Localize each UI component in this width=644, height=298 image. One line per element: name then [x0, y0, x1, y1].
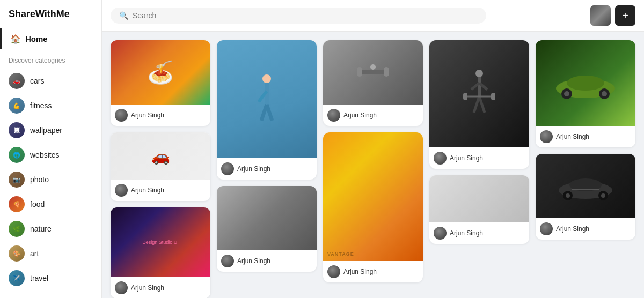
svg-rect-17	[491, 93, 495, 100]
pin-image-car-black	[536, 154, 635, 218]
avatar	[115, 109, 128, 122]
fitness-avatar: 💪	[9, 98, 25, 114]
pin-image-gym1	[323, 40, 423, 105]
masonry-grid: Arjun Singh Arjun Singh Design Studio UI	[111, 40, 635, 298]
pin-info: Arjun Singh	[323, 105, 423, 126]
pin-image-car-green	[536, 40, 635, 126]
avatar	[327, 109, 340, 122]
add-button[interactable]: +	[615, 5, 635, 26]
nature-avatar: 🌿	[9, 221, 25, 237]
svg-point-8	[370, 64, 376, 70]
pin-author: Arjun Singh	[450, 229, 483, 237]
websites-label: websites	[30, 151, 59, 159]
avatar	[221, 162, 234, 175]
art-label: art	[30, 249, 39, 258]
cars-label: cars	[30, 77, 44, 85]
pin-image-car-yellow: VANTAGE	[323, 132, 423, 261]
websites-avatar: 🌐	[9, 147, 25, 163]
pin-info: Arjun Singh	[536, 218, 635, 240]
pin-card[interactable]: VANTAGE Arjun Singh	[323, 132, 423, 282]
sidebar-item-home[interactable]: 🏠 Home	[0, 28, 101, 49]
pin-info: Arjun Singh	[111, 180, 210, 201]
pin-info: Arjun Singh	[429, 222, 529, 244]
pin-card[interactable]: Arjun Singh	[111, 132, 210, 201]
sidebar: ShareWithMe 🏠 Home Discover cateogries 🚗…	[0, 0, 102, 298]
svg-line-13	[474, 96, 479, 113]
cars-avatar: 🚗	[9, 73, 25, 89]
search-bar[interactable]: 🔍	[111, 8, 486, 24]
pin-card[interactable]: Arjun Singh	[217, 186, 317, 272]
grid-col-4: Arjun Singh Arjun Singh	[429, 40, 529, 298]
grid-col-2: Arjun Singh Arjun Singh	[217, 40, 317, 298]
pin-card[interactable]: Arjun Singh	[536, 154, 635, 240]
pin-image-food	[111, 40, 210, 105]
app-logo: ShareWithMe	[0, 9, 101, 28]
pin-info: Arjun Singh	[111, 105, 210, 126]
food-label: food	[30, 200, 45, 208]
pin-author: Arjun Singh	[131, 111, 164, 119]
pin-card[interactable]: Arjun Singh	[429, 40, 529, 169]
fitness-label: fitness	[30, 101, 52, 110]
sidebar-item-cars[interactable]: 🚗 cars	[0, 69, 101, 93]
photo-label: photo	[30, 175, 49, 184]
user-avatar[interactable]	[590, 5, 611, 26]
pin-author: Arjun Singh	[131, 187, 164, 194]
svg-point-19	[567, 76, 604, 91]
food-avatar: 🍕	[9, 196, 25, 212]
svg-point-21	[564, 91, 569, 96]
svg-point-9	[475, 70, 483, 77]
pin-card[interactable]: Arjun Singh	[429, 175, 529, 244]
pin-image-car-orange	[111, 132, 210, 180]
sidebar-item-food[interactable]: 🍕 food	[0, 192, 101, 217]
sidebar-item-websites[interactable]: 🌐 websites	[0, 143, 101, 167]
svg-rect-7	[384, 67, 389, 77]
pin-author: Arjun Singh	[450, 154, 483, 162]
avatar	[115, 184, 128, 197]
pin-author: Arjun Singh	[343, 111, 377, 119]
sidebar-item-art[interactable]: 🎨 art	[0, 241, 101, 266]
pin-image-car-white	[429, 175, 529, 222]
travel-avatar: ✈️	[9, 270, 25, 286]
pin-card[interactable]: Design Studio UI Arjun Singh	[111, 207, 210, 298]
pin-image-car-silver	[217, 186, 317, 250]
pin-card[interactable]: Arjun Singh	[217, 40, 317, 180]
pin-author: Arjun Singh	[556, 133, 589, 140]
pin-info: Arjun Singh	[536, 126, 635, 147]
svg-point-27	[566, 193, 570, 198]
pin-author: Arjun Singh	[237, 257, 270, 265]
grid-col-1: Arjun Singh Arjun Singh Design Studio UI	[111, 40, 210, 298]
sidebar-item-travel[interactable]: ✈️ travel	[0, 266, 101, 290]
pin-card[interactable]: Arjun Singh	[536, 40, 635, 147]
avatar	[540, 222, 553, 235]
svg-rect-5	[360, 70, 386, 74]
pin-image-gym2	[429, 40, 529, 147]
art-avatar: 🎨	[9, 245, 25, 262]
pin-author: Arjun Singh	[556, 225, 589, 233]
svg-line-14	[479, 96, 485, 113]
svg-point-23	[602, 91, 607, 96]
svg-point-29	[601, 193, 605, 198]
sidebar-item-photo[interactable]: 📷 photo	[0, 167, 101, 192]
discover-label: Discover cateogries	[0, 49, 101, 69]
avatar	[327, 265, 340, 278]
sidebar-item-wallpaper[interactable]: 🖼 wallpaper	[0, 118, 101, 143]
search-input[interactable]	[133, 11, 478, 20]
sidebar-item-nature[interactable]: 🌿 nature	[0, 217, 101, 241]
pin-card[interactable]: Arjun Singh	[111, 40, 210, 126]
main-area: 🔍 + Arjun Singh	[102, 0, 644, 298]
pin-image-photoshop: Design Studio UI	[111, 207, 210, 277]
svg-rect-16	[463, 93, 467, 100]
pin-author: Arjun Singh	[131, 284, 164, 292]
sidebar-item-fitness[interactable]: 💪 fitness	[0, 93, 101, 118]
svg-line-4	[267, 105, 272, 121]
svg-rect-30	[572, 189, 599, 190]
pin-author: Arjun Singh	[237, 165, 270, 173]
pin-info: Arjun Singh	[217, 158, 317, 180]
search-icon: 🔍	[119, 11, 128, 20]
grid-col-3: Arjun Singh VANTAGE Arjun Singh Arjun Si…	[323, 40, 423, 298]
pin-card[interactable]: Arjun Singh	[323, 40, 423, 126]
grid-col-5: Arjun Singh	[536, 40, 635, 298]
pin-image-fitness	[217, 40, 317, 158]
travel-label: travel	[30, 274, 48, 282]
content-area: Arjun Singh Arjun Singh Design Studio UI	[102, 32, 644, 298]
